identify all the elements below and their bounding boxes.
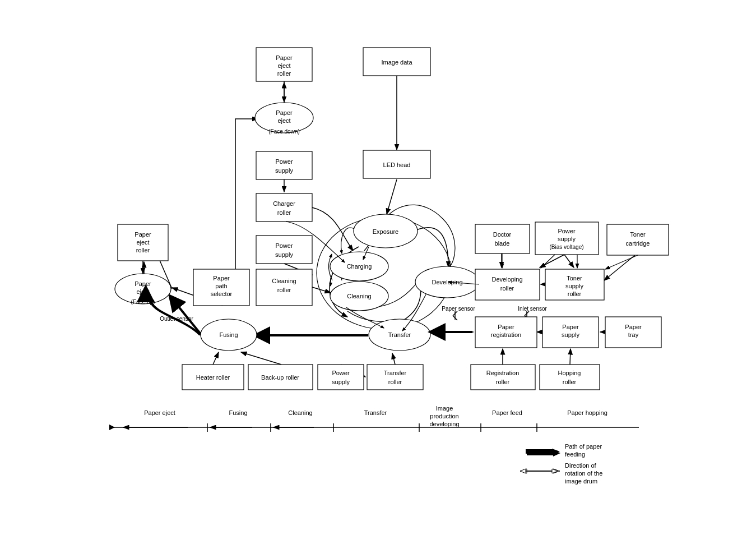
svg-rect-138 [367,365,423,390]
svg-text:selector: selector [211,290,233,297]
svg-text:Power: Power [332,370,350,376]
svg-text:roller: roller [563,379,577,385]
svg-text:Paper: Paper [625,324,642,330]
svg-text:Doctor: Doctor [493,231,512,238]
svg-text:production: production [430,413,458,419]
svg-rect-141 [471,365,535,390]
svg-text:Heater roller: Heater roller [196,374,230,381]
svg-text:roller: roller [277,209,291,216]
svg-text:Paper: Paper [134,280,151,287]
svg-text:roller: roller [277,287,291,293]
svg-text:supply: supply [275,167,293,174]
svg-text:image drum: image drum [565,478,597,485]
svg-text:Paper hopping: Paper hopping [567,409,607,416]
svg-text:path: path [215,283,227,289]
svg-text:(Bias voltage): (Bias voltage) [549,244,583,250]
svg-text:roller: roller [136,247,150,253]
diagram-svg: Paper eject roller Paper eject (Face dow… [0,0,756,535]
svg-text:Toner: Toner [630,231,646,238]
svg-text:Fusing: Fusing [229,409,247,416]
svg-text:Back-up roller: Back-up roller [261,374,299,381]
svg-text:Toner: Toner [567,275,582,282]
svg-text:supply: supply [562,331,579,338]
svg-text:Power: Power [275,242,293,249]
svg-text:Transfer: Transfer [384,370,407,376]
svg-text:roller: roller [568,290,582,297]
svg-text:developing: developing [429,421,459,427]
svg-text:Developing: Developing [491,276,522,283]
svg-text:Paper eject: Paper eject [144,409,175,416]
svg-text:supply: supply [558,236,576,242]
svg-text:Power: Power [558,228,576,234]
svg-text:Cleaning: Cleaning [272,278,296,284]
svg-text:Inlet sensor: Inlet sensor [518,306,547,312]
svg-text:roller: roller [277,70,291,77]
svg-text:Paper: Paper [498,324,514,330]
svg-text:Power: Power [275,158,293,165]
svg-rect-121 [475,224,530,253]
svg-text:rotation of the: rotation of the [565,470,602,477]
svg-rect-68 [256,236,312,264]
svg-text:Hopping: Hopping [558,370,581,376]
svg-text:Direction of: Direction of [565,462,597,469]
svg-text:(Face down): (Face down) [268,128,300,135]
svg-text:roller: roller [500,285,514,292]
svg-text:Image data: Image data [381,59,412,66]
svg-text:supply: supply [565,283,583,289]
svg-rect-135 [318,365,364,390]
svg-text:blade: blade [495,240,510,247]
svg-text:Path of paper: Path of paper [565,443,602,450]
svg-rect-62 [256,151,312,179]
svg-line-23 [570,349,571,365]
svg-text:supply: supply [332,379,350,385]
svg-text:Developing: Developing [432,279,462,285]
svg-text:Transfer: Transfer [388,331,411,338]
svg-text:registration: registration [491,331,521,338]
svg-text:Paper: Paper [134,231,151,238]
svg-text:feeding: feeding [565,451,585,458]
svg-text:eject: eject [136,239,149,246]
svg-text:Exposure: Exposure [373,228,398,235]
svg-text:roller: roller [388,379,402,385]
svg-text:cartridge: cartridge [626,240,650,247]
svg-rect-144 [540,365,600,390]
svg-text:Paper: Paper [213,275,230,282]
svg-text:Paper: Paper [276,54,293,61]
svg-text:Charger: Charger [273,200,295,207]
svg-text:roller: roller [496,379,510,385]
svg-text:Charging: Charging [347,263,372,270]
svg-text:Fusing: Fusing [219,331,238,338]
svg-text:Cleaning: Cleaning [288,409,312,416]
svg-text:Cleaning: Cleaning [347,293,371,299]
svg-text:Paper: Paper [562,324,579,330]
svg-text:Paper feed: Paper feed [492,409,522,416]
svg-text:Image: Image [436,405,453,412]
svg-text:LED head: LED head [383,162,411,168]
svg-text:Paper sensor: Paper sensor [442,306,475,312]
svg-text:eject: eject [277,62,290,69]
svg-text:tray: tray [628,331,639,338]
svg-text:Paper: Paper [276,109,293,116]
svg-text:supply: supply [275,251,293,258]
svg-text:Transfer: Transfer [364,409,387,416]
svg-text:Registration: Registration [486,370,520,376]
diagram-container: Paper eject roller Paper eject (Face dow… [0,0,756,535]
svg-text:eject: eject [277,117,290,124]
svg-rect-65 [256,193,312,222]
